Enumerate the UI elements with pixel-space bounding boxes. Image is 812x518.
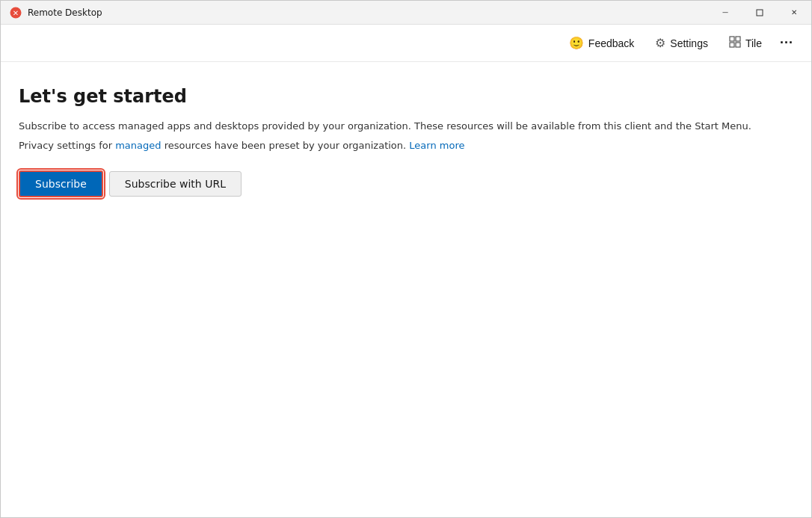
svg-rect-3 (730, 37, 734, 41)
page-title: Let's get started (19, 86, 793, 107)
more-options-button[interactable]: ··· (774, 31, 799, 55)
svg-rect-5 (730, 43, 734, 47)
subscribe-button[interactable]: Subscribe (19, 170, 103, 197)
more-icon: ··· (780, 35, 793, 51)
close-button[interactable]: ✕ (777, 1, 811, 25)
titlebar: ✕ Remote Desktop ─ ✕ (1, 1, 811, 25)
subscribe-url-button[interactable]: Subscribe with URL (109, 171, 242, 197)
svg-text:✕: ✕ (13, 9, 19, 17)
privacy-text: Privacy settings for managed resources h… (19, 138, 793, 153)
feedback-button[interactable]: 🙂 Feedback (560, 31, 643, 55)
minimize-button[interactable]: ─ (708, 1, 742, 25)
settings-label: Settings (670, 37, 708, 49)
toolbar: 🙂 Feedback ⚙ Settings Tile ··· (1, 25, 811, 62)
svg-rect-6 (736, 43, 740, 47)
learn-more-link[interactable]: Learn more (409, 140, 464, 151)
settings-icon: ⚙ (655, 36, 665, 50)
buttons-row: Subscribe Subscribe with URL (19, 170, 793, 197)
tile-icon (729, 36, 741, 51)
tile-button[interactable]: Tile (720, 31, 771, 55)
settings-button[interactable]: ⚙ Settings (646, 31, 717, 55)
window-controls: ─ ✕ (708, 1, 811, 25)
app-icon: ✕ (10, 7, 22, 19)
app-title: Remote Desktop (28, 7, 102, 18)
tile-label: Tile (745, 37, 762, 49)
feedback-label: Feedback (588, 37, 634, 49)
svg-rect-2 (757, 10, 763, 16)
privacy-static-text: Privacy settings for managed resources h… (19, 140, 409, 151)
svg-rect-4 (736, 37, 740, 41)
main-content: Let's get started Subscribe to access ma… (1, 62, 811, 517)
description-text: Subscribe to access managed apps and des… (19, 119, 793, 134)
maximize-button[interactable] (742, 1, 777, 25)
titlebar-left: ✕ Remote Desktop (10, 7, 102, 19)
app-window: ✕ Remote Desktop ─ ✕ 🙂 Feedback ⚙ Settin… (0, 0, 812, 518)
feedback-icon: 🙂 (569, 36, 584, 50)
